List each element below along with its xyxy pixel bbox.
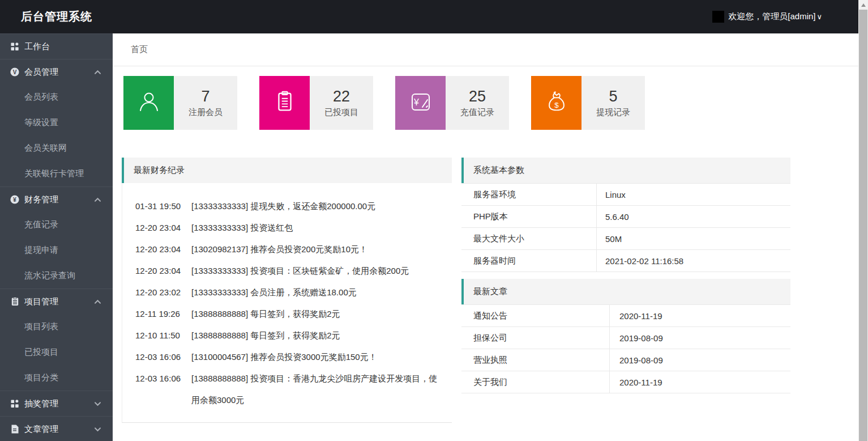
stat-value: 25 xyxy=(469,88,486,105)
user-menu[interactable]: 欢迎您，管理员[admin] ∨ xyxy=(712,0,822,33)
user-circle-icon: V xyxy=(10,67,19,77)
finance-record: 12-20 23:04 [13020982137] 推荐会员投资200元奖励10… xyxy=(135,239,444,260)
sidebar-item[interactable]: 充值记录 xyxy=(0,212,113,238)
scrollbar-thumb[interactable] xyxy=(859,10,867,441)
finance-record: 12-03 16:06 [13100004567] 推荐会员投资3000元奖励1… xyxy=(135,346,444,368)
sidebar-item[interactable]: 抽奖管理 xyxy=(0,391,113,416)
stat-card[interactable]: $ 5 提现记录 xyxy=(531,76,645,130)
sidebar-item[interactable]: V 会员管理 xyxy=(0,59,113,84)
articles-panel: 最新文章 通知公告 2020-11-19 担保公司 2019-08-09 xyxy=(461,279,790,393)
article-title: 通知公告 xyxy=(461,305,610,326)
sidebar-item[interactable]: ¥ 财务管理 xyxy=(0,186,113,212)
sidebar-item[interactable]: 关联银行卡管理 xyxy=(0,161,113,186)
articles-table: 通知公告 2020-11-19 担保公司 2019-08-09 营业执照 201… xyxy=(461,304,790,393)
sidebar-item[interactable]: 等级设置 xyxy=(0,110,113,135)
sidebar-item[interactable]: 工作台 xyxy=(0,33,113,59)
chevron-down-icon xyxy=(94,427,101,432)
row-value: 2021-02-02 11:16:58 xyxy=(597,250,790,272)
sidebar-item-label: 会员列表 xyxy=(24,92,101,103)
stat-cards: 7 注册会员 22 已投项目 ¥ 25 xyxy=(123,76,858,130)
panels-row: 最新财务纪录 01-31 19:50 [13333333333] 提现失败，返还… xyxy=(122,158,858,423)
topbar: 后台管理系统 欢迎您，管理员[admin] ∨ xyxy=(0,0,868,33)
sidebar-item[interactable]: 流水记录查询 xyxy=(0,263,113,289)
record-time: 12-20 23:02 xyxy=(135,282,191,303)
article-date: 2020-11-19 xyxy=(610,371,790,393)
record-text: [13100004567] 推荐会员投资3000元奖励150元！ xyxy=(191,346,444,368)
grid-icon xyxy=(10,399,19,408)
vertical-scrollbar[interactable] xyxy=(858,0,868,441)
sidebar-item-label: 等级设置 xyxy=(24,117,101,128)
record-text: [13333333333] 会员注册，系统赠送18.00元 xyxy=(191,282,444,303)
article-title: 营业执照 xyxy=(461,349,610,371)
sidebar-item-label: 提现申请 xyxy=(24,245,101,256)
article-date: 2019-08-09 xyxy=(610,327,790,349)
sidebar-item-label: 财务管理 xyxy=(24,194,94,205)
record-time: 12-03 16:06 xyxy=(135,368,191,411)
table-row: 担保公司 2019-08-09 xyxy=(461,327,790,349)
sidebar-item[interactable]: 已投项目 xyxy=(0,340,113,365)
stat-card[interactable]: 22 已投项目 xyxy=(259,76,373,130)
finance-panel: 最新财务纪录 01-31 19:50 [13333333333] 提现失败，返还… xyxy=(122,158,452,423)
right-column: 系统基本参数 服务器环境 Linux PHP版本 5.6.40 xyxy=(461,158,790,393)
person-icon xyxy=(135,88,163,118)
chevron-up-icon xyxy=(94,70,101,75)
app-title: 后台管理系统 xyxy=(21,0,92,33)
record-text: [13333333333] 投资送红包 xyxy=(191,217,444,239)
sidebar-item-label: 文章管理 xyxy=(24,424,94,435)
sidebar-item-label: 关联银行卡管理 xyxy=(24,168,101,179)
sidebar-item[interactable]: 提现申请 xyxy=(0,238,113,263)
article-title: 关于我们 xyxy=(461,371,610,393)
panel-title: 最新文章 xyxy=(473,286,507,297)
table-row: 最大文件大小 50M xyxy=(461,228,790,250)
main-content: 首页 7 注册会员 22 已投项目 xyxy=(113,33,858,441)
sidebar-item[interactable]: 项目管理 xyxy=(0,289,113,314)
money-circle-icon: ¥ xyxy=(10,195,19,204)
sidebar-item[interactable]: 文章管理 xyxy=(0,416,113,441)
row-value: 5.6.40 xyxy=(597,206,790,227)
table-row: PHP版本 5.6.40 xyxy=(461,206,790,228)
record-text: [13333333333] 提现失败，返还金额200000.00元 xyxy=(191,196,444,217)
row-label: 服务器时间 xyxy=(461,250,597,272)
sidebar-item[interactable]: 会员关联网 xyxy=(0,135,113,161)
svg-text:¥: ¥ xyxy=(13,196,16,203)
article-date: 2020-11-19 xyxy=(610,305,790,326)
sidebar-item[interactable]: 项目列表 xyxy=(0,314,113,340)
svg-text:V: V xyxy=(13,69,17,75)
record-time: 12-03 16:06 xyxy=(135,346,191,368)
record-time: 01-31 19:50 xyxy=(135,196,191,217)
grid-icon xyxy=(10,42,19,51)
system-panel: 系统基本参数 服务器环境 Linux PHP版本 5.6.40 xyxy=(461,158,790,272)
sidebar-item-label: 项目列表 xyxy=(24,321,101,332)
stat-card[interactable]: 7 注册会员 xyxy=(123,76,237,130)
sidebar-item[interactable]: 会员列表 xyxy=(0,84,113,110)
table-row: 服务器时间 2021-02-02 11:16:58 xyxy=(461,250,790,272)
sidebar-item-label: 项目分类 xyxy=(24,372,101,383)
chevron-down-icon[interactable]: ∨ xyxy=(816,12,822,21)
svg-text:¥: ¥ xyxy=(413,97,419,107)
record-text: [13333333333] 投资项目：区块链紫金矿，使用余额200元 xyxy=(191,260,444,282)
row-label: PHP版本 xyxy=(461,206,597,227)
sidebar-item-label: 充值记录 xyxy=(24,219,101,230)
record-time: 12-20 23:04 xyxy=(135,260,191,282)
triangle-up-icon xyxy=(861,3,866,7)
table-row: 营业执照 2019-08-09 xyxy=(461,349,790,371)
record-text: [13888888888] 投资项目：香港九龙尖沙咀房产建设开发项目，使用余额3… xyxy=(191,368,444,411)
sidebar-item-label: 会员关联网 xyxy=(24,143,101,154)
yuan-box-icon: ¥ xyxy=(407,88,434,118)
row-label: 最大文件大小 xyxy=(461,228,597,249)
stat-card[interactable]: ¥ 25 充值记录 xyxy=(395,76,509,130)
breadcrumb-bar: 首页 xyxy=(113,33,858,66)
sidebar-item-label: 项目管理 xyxy=(24,296,94,307)
breadcrumb[interactable]: 首页 xyxy=(131,44,148,55)
clipboard-icon xyxy=(10,297,19,306)
sidebar-item-label: 已投项目 xyxy=(24,347,101,358)
record-time: 12-11 19:26 xyxy=(135,303,191,325)
record-text: [13888888888] 每日签到，获得奖励2元 xyxy=(191,303,444,325)
stat-label: 提现记录 xyxy=(596,107,630,118)
stat-label: 已投项目 xyxy=(324,107,358,118)
chevron-down-icon xyxy=(94,401,101,406)
avatar xyxy=(712,11,724,23)
sidebar-item[interactable]: 项目分类 xyxy=(0,365,113,391)
scroll-up-button[interactable] xyxy=(858,0,868,10)
finance-record: 12-20 23:02 [13333333333] 会员注册，系统赠送18.00… xyxy=(135,282,444,303)
